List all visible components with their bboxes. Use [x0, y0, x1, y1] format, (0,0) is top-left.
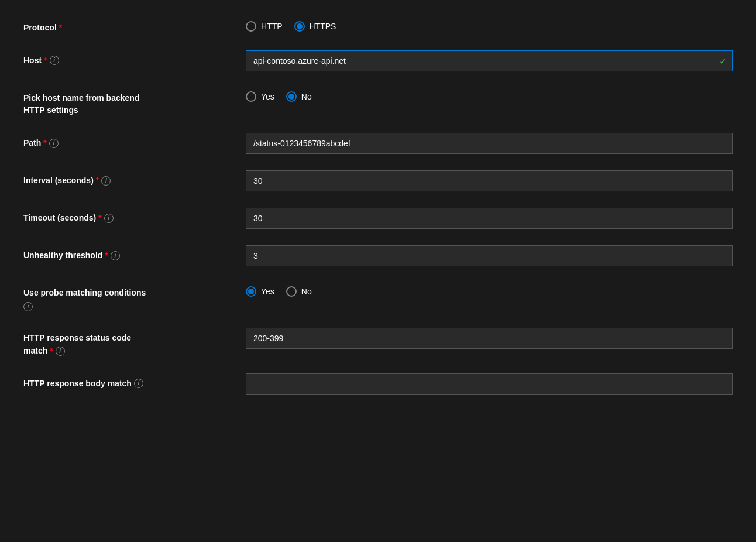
probe-matching-row: Use probe matching conditions i Yes No: [23, 283, 733, 312]
http-response-body-input[interactable]: [246, 373, 733, 395]
http-response-body-label: HTTP response body match i: [23, 373, 246, 390]
pick-host-no-label: No: [301, 92, 312, 101]
probe-matching-radio-group: Yes No: [246, 283, 733, 297]
probe-matching-yes-radio-inner: [248, 289, 254, 294]
pick-host-name-control: Yes No: [246, 88, 733, 102]
protocol-label: Protocol *: [23, 18, 246, 34]
probe-matching-no-radio[interactable]: [286, 286, 297, 297]
interval-input[interactable]: [246, 170, 733, 191]
unhealthy-threshold-input[interactable]: [246, 245, 733, 266]
path-control: [246, 133, 733, 154]
pick-host-name-label-line1: Pick host name from backend: [23, 92, 139, 104]
timeout-input[interactable]: [246, 208, 733, 229]
probe-matching-label-line1: Use probe matching conditions: [23, 287, 146, 299]
protocol-http-option[interactable]: HTTP: [246, 21, 283, 32]
protocol-https-radio-inner: [297, 23, 303, 29]
http-response-body-row: HTTP response body match i: [23, 373, 733, 395]
unhealthy-threshold-info-icon[interactable]: i: [111, 251, 120, 260]
timeout-label: Timeout (seconds) * i: [23, 208, 246, 224]
pick-host-yes-label: Yes: [261, 92, 274, 101]
host-input[interactable]: [246, 50, 733, 71]
unhealthy-threshold-label: Unhealthy threshold * i: [23, 245, 246, 262]
protocol-control: HTTP HTTPS: [246, 18, 733, 32]
timeout-control: [246, 208, 733, 229]
protocol-http-label: HTTP: [261, 22, 283, 31]
probe-matching-yes-option[interactable]: Yes: [246, 286, 274, 297]
pick-host-no-option[interactable]: No: [286, 91, 312, 102]
http-response-status-required-star: *: [50, 345, 53, 357]
http-response-status-control: [246, 328, 733, 349]
timeout-required-star: *: [98, 212, 101, 224]
http-response-body-info-icon[interactable]: i: [134, 379, 143, 388]
path-label-text: Path: [23, 138, 41, 149]
protocol-row: Protocol * HTTP HTTPS: [23, 18, 733, 34]
http-response-body-control: [246, 373, 733, 395]
pick-host-yes-radio[interactable]: [246, 91, 256, 102]
pick-host-name-row: Pick host name from backend HTTP setting…: [23, 88, 733, 116]
timeout-info-icon[interactable]: i: [104, 214, 114, 223]
unhealthy-threshold-row: Unhealthy threshold * i: [23, 245, 733, 266]
pick-host-name-radio-group: Yes No: [246, 88, 733, 102]
host-required-star: *: [44, 55, 47, 67]
probe-matching-label: Use probe matching conditions i: [23, 283, 246, 312]
interval-label-text: Interval (seconds): [23, 175, 94, 187]
timeout-row: Timeout (seconds) * i: [23, 208, 733, 229]
host-input-wrapper: ✓: [246, 50, 733, 71]
probe-matching-control: Yes No: [246, 283, 733, 297]
protocol-label-text: Protocol: [23, 22, 57, 34]
interval-label: Interval (seconds) * i: [23, 170, 246, 187]
probe-matching-yes-label: Yes: [261, 287, 274, 296]
pick-host-yes-option[interactable]: Yes: [246, 91, 274, 102]
interval-row: Interval (seconds) * i: [23, 170, 733, 191]
protocol-https-label: HTTPS: [310, 22, 336, 31]
path-row: Path * i: [23, 133, 733, 154]
unhealthy-threshold-label-text: Unhealthy threshold: [23, 250, 102, 262]
host-label-text: Host: [23, 55, 42, 67]
probe-matching-yes-radio[interactable]: [246, 286, 256, 297]
protocol-https-radio[interactable]: [294, 21, 305, 32]
interval-required-star: *: [96, 175, 99, 187]
pick-host-no-radio[interactable]: [286, 91, 297, 102]
path-label: Path * i: [23, 133, 246, 149]
protocol-http-radio[interactable]: [246, 21, 256, 32]
http-response-status-label-line1: HTTP response status code: [23, 332, 131, 344]
pick-host-name-label-line2: HTTP settings: [23, 105, 78, 116]
unhealthy-threshold-required-star: *: [105, 250, 108, 262]
path-input[interactable]: [246, 133, 733, 154]
path-required-star: *: [43, 138, 46, 149]
interval-control: [246, 170, 733, 191]
http-response-status-info-icon[interactable]: i: [56, 347, 65, 356]
pick-host-name-label: Pick host name from backend HTTP setting…: [23, 88, 246, 116]
http-response-status-label: HTTP response status code match * i: [23, 328, 246, 356]
probe-matching-no-label: No: [301, 287, 312, 296]
host-info-icon[interactable]: i: [50, 56, 59, 65]
timeout-label-text: Timeout (seconds): [23, 212, 96, 224]
protocol-https-option[interactable]: HTTPS: [294, 21, 336, 32]
http-response-status-row: HTTP response status code match * i: [23, 328, 733, 356]
host-control: ✓: [246, 50, 733, 71]
protocol-required-star: *: [59, 22, 62, 34]
probe-matching-info-icon[interactable]: i: [23, 302, 33, 311]
http-response-status-input[interactable]: [246, 328, 733, 349]
host-label: Host * i: [23, 50, 246, 67]
http-response-status-label-line2: match: [23, 345, 47, 357]
interval-info-icon[interactable]: i: [101, 176, 111, 186]
probe-matching-no-option[interactable]: No: [286, 286, 312, 297]
host-row: Host * i ✓: [23, 50, 733, 71]
pick-host-no-radio-inner: [288, 94, 294, 100]
unhealthy-threshold-control: [246, 245, 733, 266]
http-response-body-label-text: HTTP response body match: [23, 378, 132, 390]
protocol-radio-group: HTTP HTTPS: [246, 18, 733, 32]
host-check-icon: ✓: [719, 55, 727, 66]
path-info-icon[interactable]: i: [49, 139, 59, 148]
